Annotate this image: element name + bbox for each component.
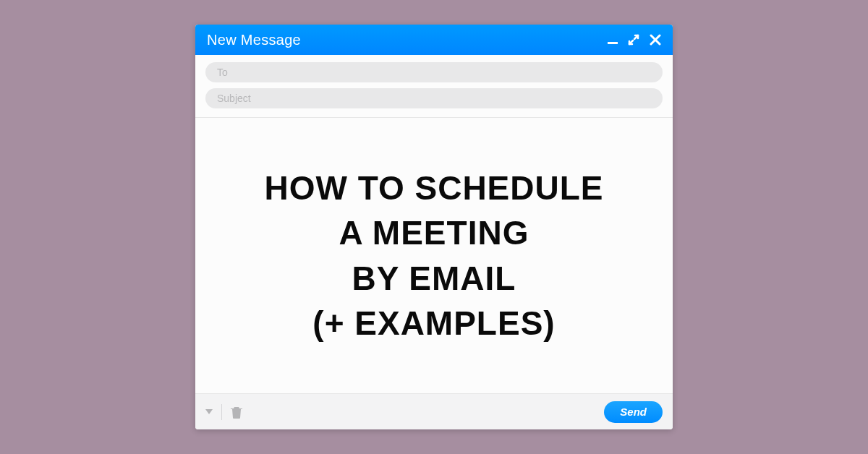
more-options-button[interactable] — [205, 409, 213, 414]
headline-line3: by Email — [264, 256, 603, 301]
delete-button[interactable] — [231, 406, 242, 419]
headline-line1: How to Schedule — [264, 166, 603, 210]
expand-icon[interactable] — [628, 34, 639, 46]
window-title: New Message — [207, 32, 608, 48]
separator — [221, 404, 222, 420]
to-field[interactable] — [205, 62, 663, 82]
subject-field[interactable] — [205, 88, 663, 108]
headline-text: How to Schedule a Meeting by Email (+ Ex… — [264, 166, 603, 345]
send-button[interactable]: Send — [604, 401, 663, 423]
headline-line4: (+ Examples) — [264, 301, 603, 346]
minimize-icon[interactable] — [608, 35, 618, 45]
chevron-down-icon — [205, 409, 213, 414]
bottom-toolbar: Send — [195, 393, 673, 429]
close-icon[interactable] — [650, 34, 661, 46]
window-controls — [608, 34, 661, 46]
trash-icon — [231, 406, 242, 419]
header-fields — [195, 55, 673, 118]
titlebar: New Message — [195, 25, 673, 55]
message-body[interactable]: How to Schedule a Meeting by Email (+ Ex… — [195, 118, 673, 393]
toolbar-left — [205, 404, 242, 420]
compose-window: New Message How to Schedule a — [195, 25, 673, 429]
headline-line2: a Meeting — [264, 210, 603, 255]
svg-rect-0 — [608, 42, 618, 44]
